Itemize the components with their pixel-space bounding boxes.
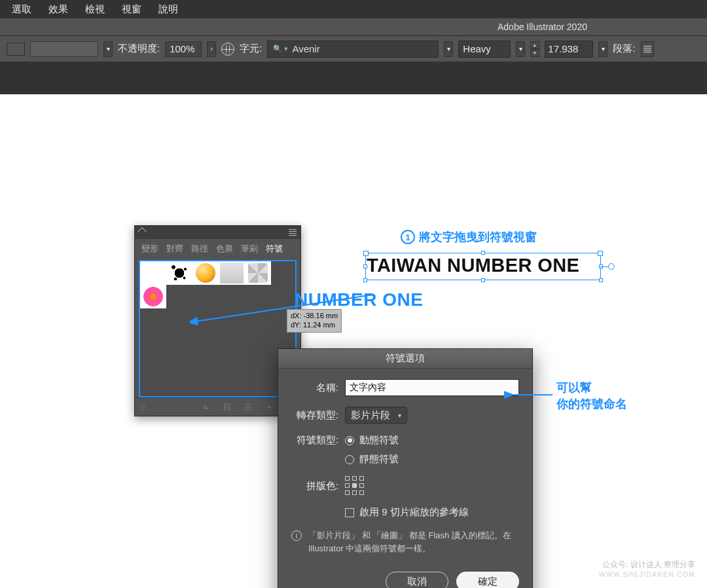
paragraph-align-icon[interactable] (641, 41, 654, 57)
symbol-options-icon[interactable]: ☰ (244, 402, 252, 412)
tab-brushes[interactable]: 筆刷 (241, 243, 258, 255)
fill-swatch[interactable] (7, 43, 25, 56)
symbol-gradient[interactable] (140, 261, 166, 285)
new-symbol-icon[interactable]: ＋ (265, 401, 274, 413)
svg-line-0 (195, 295, 373, 322)
artboard-text[interactable]: TAIWAN NUMBER ONE (367, 255, 579, 276)
font-style-chevron[interactable]: ▾ (516, 41, 525, 57)
opacity-label: 不透明度: (118, 43, 160, 55)
slice-checkbox-label: 啟用 9 切片縮放的參考線 (359, 506, 469, 519)
symbol-texture[interactable] (219, 261, 245, 285)
font-family-chevron[interactable]: ▾ (444, 41, 453, 57)
step-number-1: 1 (401, 230, 415, 244)
registration-label: 拼版色: (291, 480, 338, 492)
opacity-chevron[interactable]: › (207, 41, 216, 57)
menu-effect[interactable]: 效果 (48, 3, 68, 16)
name-label: 名稱: (291, 382, 338, 394)
arrow-name-hint (504, 391, 554, 399)
symbol-type-radiogroup: 動態符號 靜態符號 (345, 434, 399, 466)
radio-static[interactable]: 靜態符號 (345, 453, 399, 466)
annotation-step1: 1 將文字拖曳到符號視窗 (401, 229, 537, 245)
app-titlebar: Adobe Illustrator 2020 (0, 18, 707, 35)
export-type-label: 轉存類型: (291, 409, 338, 422)
close-icon[interactable] (139, 229, 145, 235)
symbol-options-dialog: 符號選項 名稱: 轉存類型: 影片片段▾ 符號類型: 動態符號 靜態符號 (278, 348, 533, 588)
dialog-title: 符號選項 (386, 352, 425, 365)
panel-menu-icon[interactable] (289, 229, 297, 236)
symbol-type-label: 符號類型: (291, 434, 338, 447)
annotation-step1-text: 將文字拖曳到符號視窗 (419, 229, 537, 245)
panel-tabs: 變形 對齊 路徑 色票 筆刷 符號 (135, 239, 300, 260)
break-link-icon[interactable]: ⛓ (223, 402, 231, 412)
font-size-field[interactable]: 17.938 (545, 41, 593, 58)
slice-checkbox[interactable] (345, 508, 354, 517)
font-size-stepper[interactable]: ▴▾ (530, 41, 539, 57)
symbol-orb[interactable] (192, 261, 219, 285)
canvas[interactable]: 1 將文字拖曳到符號視窗 TAIWAN NUMBER ONE 變形 對齊 路徑 … (0, 94, 707, 588)
recolor-icon[interactable] (221, 43, 234, 56)
annotation-name-hint: 可以幫 你的符號命名 (556, 380, 627, 413)
cancel-button[interactable]: 取消 (386, 572, 448, 588)
name-input[interactable] (345, 379, 519, 396)
symbol-flower[interactable] (140, 285, 166, 308)
tab-transform[interactable]: 變形 (141, 243, 158, 255)
dialog-titlebar[interactable]: 符號選項 (278, 349, 532, 369)
panel-header[interactable] (135, 226, 300, 239)
watermark-credit: 公众号: 设计达人 整理分享 WWW.SHEJIDAREN.COM (599, 559, 695, 579)
fill-dropdown[interactable] (30, 41, 98, 57)
chevron-down-icon: ▾ (398, 412, 401, 419)
export-type-dropdown[interactable]: 影片片段▾ (345, 407, 407, 424)
menu-view[interactable]: 檢視 (85, 3, 105, 16)
font-family-value: Avenir (292, 43, 319, 54)
symbol-polygon[interactable] (245, 261, 271, 285)
font-family-field[interactable]: 🔍 ▾ Avenir (267, 41, 439, 58)
fill-dropdown-chevron[interactable]: ▾ (103, 41, 113, 57)
menu-window[interactable]: 視窗 (122, 3, 141, 16)
tab-pathfinder[interactable]: 路徑 (191, 243, 208, 255)
tab-swatches[interactable]: 色票 (216, 243, 233, 255)
macos-menubar: 選取 效果 檢視 視窗 說明 (0, 0, 707, 18)
toolbar-spacer (0, 62, 707, 94)
tab-symbols[interactable]: 符號 (266, 243, 283, 255)
tab-align[interactable]: 對齊 (166, 243, 183, 255)
character-label: 字元: (240, 43, 262, 55)
info-icon: i (291, 530, 302, 541)
menu-help[interactable]: 說明 (158, 3, 178, 16)
dialog-info: i 「影片片段」 和 「繪圖」 都是 Flash 讀入的標記。在 Illustr… (291, 529, 519, 555)
font-style-field[interactable]: Heavy (458, 41, 511, 58)
arrow-drag (190, 292, 380, 331)
menu-select[interactable]: 選取 (12, 3, 31, 16)
control-bar: ▾ 不透明度: 100% › 字元: 🔍 ▾ Avenir ▾ Heavy ▾ … (0, 35, 707, 62)
panel-footer: ⎅ ↳ ⛓ ☰ ＋ 🗑 (135, 397, 300, 416)
place-symbol-icon[interactable]: ↳ (202, 402, 209, 412)
search-icon: 🔍 ▾ (273, 45, 288, 53)
radio-dynamic[interactable]: 動態符號 (345, 434, 399, 447)
paragraph-label: 段落: (613, 43, 635, 55)
opacity-input[interactable]: 100% (165, 41, 202, 57)
ok-button[interactable]: 確定 (456, 572, 519, 588)
font-size-chevron[interactable]: ▾ (598, 41, 607, 57)
symbol-library-icon[interactable]: ⎅ (140, 402, 145, 412)
symbol-ink[interactable] (166, 261, 192, 285)
app-title: Adobe Illustrator 2020 (498, 22, 587, 32)
registration-grid[interactable] (345, 476, 365, 496)
